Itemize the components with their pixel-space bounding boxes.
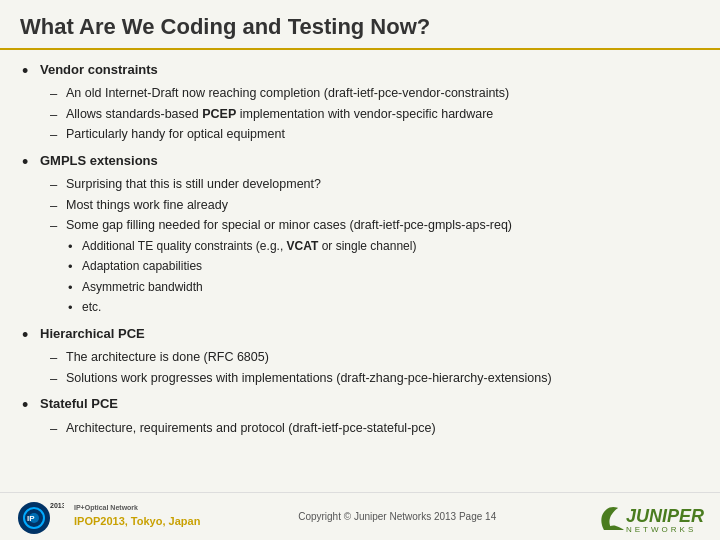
- dash-icon: –: [50, 175, 66, 195]
- bullet-dot-hier: •: [22, 324, 40, 347]
- dash-icon: –: [50, 419, 66, 439]
- ipop-logo: 2013 IP: [16, 498, 64, 536]
- bullet-small-icon: •: [68, 237, 82, 257]
- vendor-sub-2: Allows standards-based PCEP implementati…: [66, 105, 493, 124]
- gmpls-bullet-3: Asymmetric bandwidth: [82, 278, 203, 296]
- section-gmpls: • GMPLS extensions – Surprising that thi…: [22, 151, 698, 318]
- gmpls-sub-3: Some gap filling needed for special or m…: [66, 216, 512, 235]
- footer-event-link: IPOP2013, Tokyo, Japan: [74, 511, 200, 529]
- gmpls-bullet-4: etc.: [82, 298, 101, 316]
- list-item: – Surprising that this is still under de…: [50, 175, 698, 195]
- list-item: – Particularly handy for optical equipme…: [50, 125, 698, 145]
- section-hierarchical: • Hierarchical PCE – The architecture is…: [22, 324, 698, 388]
- dash-icon: –: [50, 196, 66, 216]
- stateful-sub-1: Architecture, requirements and protocol …: [66, 419, 436, 438]
- list-item: – Solutions work progresses with impleme…: [50, 369, 698, 389]
- svg-text:NETWORKS: NETWORKS: [626, 525, 696, 534]
- svg-text:IP: IP: [27, 514, 35, 523]
- hier-sub-1: The architecture is done (RFC 6805): [66, 348, 269, 367]
- list-item: – Some gap filling needed for special or…: [50, 216, 698, 236]
- ipop-subtitle: IP+Optical Network: [74, 504, 200, 511]
- bullet-dot-vendor: •: [22, 60, 40, 83]
- vendor-sub-1: An old Internet-Draft now reaching compl…: [66, 84, 509, 103]
- gmpls-sub-2: Most things work fine already: [66, 196, 228, 215]
- bullet-small-icon: •: [68, 298, 82, 318]
- gmpls-bullet-1: Additional TE quality constraints (e.g.,…: [82, 237, 416, 255]
- gmpls-bullet-2: Adaptation capabilities: [82, 257, 202, 275]
- hier-sub-2: Solutions work progresses with implement…: [66, 369, 552, 388]
- list-item: – Most things work fine already: [50, 196, 698, 216]
- slide: What Are We Coding and Testing Now? • Ve…: [0, 0, 720, 540]
- dash-icon: –: [50, 84, 66, 104]
- gmpls-bullets: • Additional TE quality constraints (e.g…: [68, 237, 698, 318]
- list-item: • Asymmetric bandwidth: [68, 278, 698, 298]
- section-stateful-title: Stateful PCE: [40, 394, 118, 414]
- section-vendor: • Vendor constraints – An old Internet-D…: [22, 60, 698, 145]
- juniper-logo: JUNIPER NETWORKS: [594, 498, 704, 536]
- stateful-subitems: – Architecture, requirements and protoco…: [50, 419, 698, 439]
- slide-content: • Vendor constraints – An old Internet-D…: [0, 50, 720, 492]
- list-item: – Allows standards-based PCEP implementa…: [50, 105, 698, 125]
- gmpls-sub-1: Surprising that this is still under deve…: [66, 175, 321, 194]
- dash-icon: –: [50, 369, 66, 389]
- list-item: – An old Internet-Draft now reaching com…: [50, 84, 698, 104]
- list-item: – The architecture is done (RFC 6805): [50, 348, 698, 368]
- svg-text:JUNIPER: JUNIPER: [626, 506, 704, 526]
- vendor-subitems: – An old Internet-Draft now reaching com…: [50, 84, 698, 145]
- list-item: – Architecture, requirements and protoco…: [50, 419, 698, 439]
- section-stateful: • Stateful PCE – Architecture, requireme…: [22, 394, 698, 438]
- dash-icon: –: [50, 105, 66, 125]
- bullet-small-icon: •: [68, 257, 82, 277]
- section-vendor-title: Vendor constraints: [40, 60, 158, 80]
- dash-icon: –: [50, 216, 66, 236]
- footer-left: 2013 IP IP+Optical Network IPOP2013, Tok…: [16, 498, 200, 536]
- hierarchical-subitems: – The architecture is done (RFC 6805) – …: [50, 348, 698, 388]
- dash-icon: –: [50, 125, 66, 145]
- list-item: • Additional TE quality constraints (e.g…: [68, 237, 698, 257]
- list-item: • Adaptation capabilities: [68, 257, 698, 277]
- vendor-sub-3: Particularly handy for optical equipment: [66, 125, 285, 144]
- slide-footer: 2013 IP IP+Optical Network IPOP2013, Tok…: [0, 492, 720, 540]
- dash-icon: –: [50, 348, 66, 368]
- gmpls-subitems: – Surprising that this is still under de…: [50, 175, 698, 318]
- slide-header: What Are We Coding and Testing Now?: [0, 0, 720, 50]
- bullet-dot-gmpls: •: [22, 151, 40, 174]
- list-item: • etc.: [68, 298, 698, 318]
- footer-copyright: Copyright © Juniper Networks 2013 Page 1…: [210, 511, 584, 522]
- section-hierarchical-title: Hierarchical PCE: [40, 324, 145, 344]
- bullet-dot-stateful: •: [22, 394, 40, 417]
- slide-title: What Are We Coding and Testing Now?: [20, 14, 700, 40]
- section-gmpls-title: GMPLS extensions: [40, 151, 158, 171]
- svg-text:2013: 2013: [50, 502, 64, 509]
- juniper-logo-svg: JUNIPER NETWORKS: [594, 498, 704, 536]
- bullet-small-icon: •: [68, 278, 82, 298]
